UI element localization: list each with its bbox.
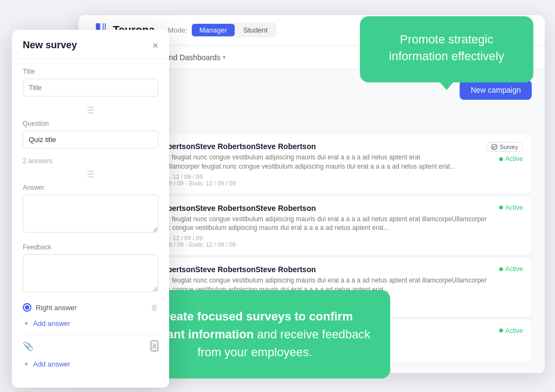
question-label: Question (23, 120, 158, 127)
panel-body: Title ☰ Question 2 answers ☰ Answer Feed… (12, 59, 169, 388)
close-button[interactable]: × (152, 41, 158, 50)
delete-answer-icon[interactable]: 🗑 (151, 303, 158, 312)
mode-switcher: Manager Student (191, 23, 276, 37)
drag-handle-icon: ☰ (23, 105, 158, 115)
plus-icon: ＋ (23, 318, 30, 328)
campaign-badges: Active (499, 265, 523, 273)
active-badge: Active (499, 155, 523, 163)
mode-student-button[interactable]: Student (236, 24, 275, 36)
active-badge: Active (499, 204, 523, 211)
feedback-label: Feedback (23, 243, 158, 251)
collapse-icon[interactable]: ∧ (151, 340, 158, 351)
question-field-group: Question (23, 120, 158, 149)
add-answer-button-2[interactable]: ＋ Add answer (23, 357, 70, 371)
active-label: Active (505, 204, 523, 211)
drag-handle-2-icon: ☰ (23, 169, 158, 179)
active-badge: Active (499, 265, 523, 273)
plus-icon-2: ＋ (23, 359, 30, 369)
survey-panel: New survey × Title ☰ Question 2 answers … (12, 30, 169, 388)
active-label: Active (505, 265, 523, 273)
panel-header: New survey × (12, 30, 169, 59)
campaign-info: Steve RobertsonSteve RobertsonSteve Robe… (135, 204, 493, 248)
add-answer-button-1[interactable]: ＋ Add answer (23, 316, 70, 330)
mode-manager-button[interactable]: Manager (192, 24, 235, 36)
campaign-title: Steve RobertsonSteve RobertsonSteve Robe… (135, 204, 493, 213)
answer-textarea[interactable] (23, 195, 158, 233)
answer-label: Answer (23, 184, 158, 191)
panel-title: New survey (23, 40, 77, 51)
attachment-icon[interactable]: 📎 (23, 341, 34, 351)
answers-count-label: 2 answers (23, 157, 158, 165)
active-dot-icon (499, 157, 503, 161)
title-label: Title (23, 68, 158, 75)
feedback-field-group: Feedback (23, 243, 158, 294)
active-label: Active (505, 327, 523, 335)
active-badge: Active (499, 327, 523, 335)
promo-top-text: Promote strategic information effectivel… (389, 33, 504, 63)
new-campaign-button[interactable]: New campaign (460, 80, 532, 100)
active-label: Active (505, 155, 523, 163)
chevron-down-icon: ▾ (223, 54, 225, 60)
svg-point-2 (492, 144, 497, 150)
promo-top-tooltip: Promote strategic information effectivel… (360, 16, 533, 82)
panel-footer-actions: 📎 ∧ (23, 335, 158, 357)
campaign-badges: Survey Active (486, 142, 523, 163)
campaign-meta: Teurona S.A - 12 / 09 / 09 (135, 235, 493, 241)
right-answer-label: Right answer (36, 304, 146, 312)
campaign-description: Ullamcorper feugiat nunc congue vestibul… (135, 215, 493, 233)
add-answer-label-1: Add answer (33, 319, 70, 327)
question-input[interactable] (23, 131, 158, 149)
mode-label: Mode: (168, 26, 188, 34)
answer-field-group: Answer (23, 184, 158, 235)
add-answer-label-2: Add answer (33, 360, 70, 368)
right-answer-radio[interactable] (23, 303, 31, 312)
title-input[interactable] (23, 79, 158, 97)
campaign-dates: Starts: 12 / 09 / 09 - Ends: 12 / 09 / 0… (135, 180, 480, 187)
campaign-badges: Active (499, 327, 523, 335)
campaign-title: Steve RobertsonSteve RobertsonSteve Robe… (135, 142, 480, 151)
right-answer-row: Right answer 🗑 (23, 303, 158, 312)
survey-badge: Survey (486, 142, 523, 152)
campaign-badges: Active (499, 204, 523, 211)
active-dot-icon (499, 205, 503, 209)
campaign-meta: Teurona S.A - 12 / 09 / 09 (135, 173, 480, 180)
campaign-description: Ullamcorper feugiat nunc congue vestibul… (135, 153, 480, 171)
campaign-title: Steve RobertsonSteve RobertsonSteve Robe… (135, 265, 493, 274)
title-field-group: Title (23, 68, 158, 97)
campaign-dates: Starts: 12 / 09 / 09 - Ends: 12 / 09 / 0… (135, 241, 493, 248)
active-dot-icon (499, 329, 503, 332)
active-dot-icon (499, 267, 503, 271)
feedback-textarea[interactable] (23, 254, 158, 292)
campaign-info: Steve RobertsonSteve RobertsonSteve Robe… (135, 142, 480, 187)
